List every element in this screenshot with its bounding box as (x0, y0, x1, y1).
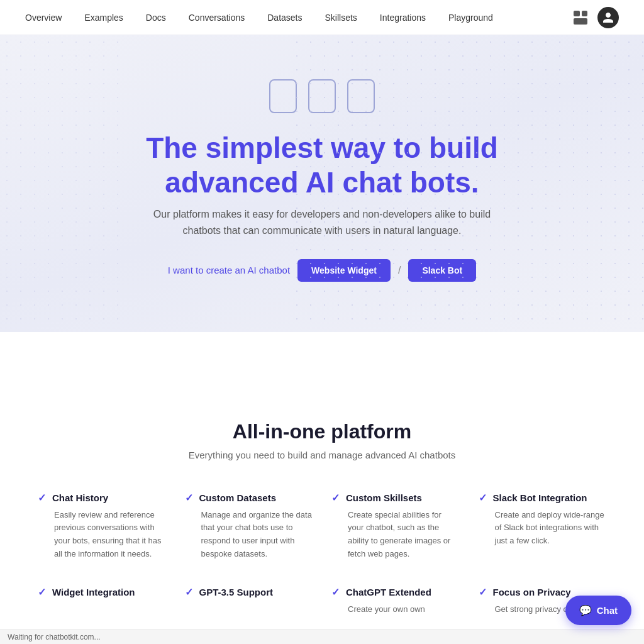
feature-slack-bot-header: ✓ Slack Bot Integration (479, 492, 607, 504)
hero-icon-2 (308, 79, 336, 113)
spacer (0, 332, 644, 382)
feature-privacy-title: Focus on Privacy (493, 587, 571, 597)
hero-headline-plain: The simplest way to build (146, 131, 498, 164)
feature-chat-history: ✓ Chat History Easily review and referen… (38, 492, 166, 561)
chat-button-label: Chat (597, 605, 618, 616)
nav-overview[interactable]: Overview (25, 13, 62, 23)
feature-custom-datasets-header: ✓ Custom Datasets (185, 492, 313, 504)
feature-custom-datasets-title: Custom Datasets (199, 492, 277, 503)
status-bar: Waiting for chatbotkit.com... (0, 630, 644, 641)
nav-integrations[interactable]: Integrations (380, 13, 426, 23)
features-section: All-in-one platform Everything you need … (0, 382, 644, 641)
feature-chatgpt-extended-desc: Create your own own (331, 603, 460, 616)
cta-slash: / (398, 265, 401, 276)
feature-chatgpt-extended: ✓ ChatGPT Extended Create your own own (331, 586, 460, 616)
nav-datasets[interactable]: Datasets (267, 13, 302, 23)
feature-chatgpt-extended-header: ✓ ChatGPT Extended (331, 586, 460, 598)
feature-gpt35: ✓ GPT-3.5 Support (185, 586, 313, 616)
nav-skillsets[interactable]: Skillsets (325, 13, 357, 23)
feature-slack-bot-desc: Create and deploy wide-range of Slack bo… (479, 509, 607, 548)
feature-widget-integration-title: Widget Integration (52, 587, 135, 597)
nav-links: Overview Examples Docs Conversations Dat… (25, 13, 493, 23)
feature-custom-skillsets: ✓ Custom Skillsets Create special abilit… (331, 492, 460, 561)
check-icon-5: ✓ (38, 586, 46, 598)
hero-cta: I want to create an AI chatbot Website W… (13, 259, 631, 282)
check-icon-1: ✓ (38, 492, 46, 504)
nav-docs[interactable]: Docs (146, 13, 166, 23)
slack-bot-button[interactable]: Slack Bot (408, 259, 476, 282)
feature-chat-history-desc: Easily review and reference previous con… (38, 509, 166, 561)
status-text: Waiting for chatbotkit.com... (8, 633, 101, 641)
hero-icon-1 (269, 79, 297, 113)
check-icon-2: ✓ (185, 492, 193, 504)
check-icon-6: ✓ (185, 586, 193, 598)
feature-custom-skillsets-desc: Create special abilities for your chatbo… (331, 509, 460, 561)
feature-slack-bot: ✓ Slack Bot Integration Create and deplo… (479, 492, 607, 561)
feature-custom-skillsets-header: ✓ Custom Skillsets (331, 492, 460, 504)
nav-conversations[interactable]: Conversations (189, 13, 245, 23)
navbar: Overview Examples Docs Conversations Dat… (0, 0, 644, 35)
website-widget-button[interactable]: Website Widget (297, 259, 391, 282)
feature-slack-bot-title: Slack Bot Integration (493, 492, 587, 503)
nav-playground[interactable]: Playground (448, 13, 493, 23)
check-icon-7: ✓ (331, 586, 340, 598)
feature-gpt35-header: ✓ GPT-3.5 Support (185, 586, 313, 598)
nav-actions (574, 7, 619, 28)
chat-button[interactable]: 💬 Chat (565, 596, 631, 625)
hero-headline: The simplest way to build advanced AI ch… (102, 131, 542, 200)
feature-custom-datasets: ✓ Custom Datasets Manage and organize th… (185, 492, 313, 561)
hero-icons (13, 79, 631, 113)
feature-chat-history-header: ✓ Chat History (38, 492, 166, 504)
feature-widget-integration-header: ✓ Widget Integration (38, 586, 166, 598)
features-subtitle: Everything you need to build and manage … (38, 450, 606, 460)
avatar-button[interactable] (597, 7, 619, 28)
check-icon-4: ✓ (479, 492, 487, 504)
hero-subtext: Our platform makes it easy for developer… (146, 206, 498, 238)
feature-gpt35-title: GPT-3.5 Support (199, 587, 274, 597)
cta-text: I want to create an AI chatbot (168, 265, 290, 275)
hero-section: The simplest way to build advanced AI ch… (0, 35, 644, 332)
features-title: All-in-one platform (38, 420, 606, 443)
feature-chat-history-title: Chat History (52, 492, 108, 503)
check-icon-3: ✓ (331, 492, 340, 504)
feature-chatgpt-extended-title: ChatGPT Extended (346, 587, 431, 597)
feature-custom-skillsets-title: Custom Skillsets (346, 492, 422, 503)
features-grid: ✓ Chat History Easily review and referen… (38, 492, 606, 616)
feature-custom-datasets-desc: Manage and organize the data that your c… (185, 509, 313, 561)
check-icon-8: ✓ (479, 586, 487, 598)
feature-widget-integration: ✓ Widget Integration (38, 586, 166, 616)
nav-examples[interactable]: Examples (84, 13, 123, 23)
hero-icon-3 (347, 79, 375, 113)
chat-bubble-icon: 💬 (579, 604, 592, 616)
hero-headline-colored: advanced AI chat bots. (165, 166, 479, 199)
grid-icon[interactable] (574, 11, 587, 25)
